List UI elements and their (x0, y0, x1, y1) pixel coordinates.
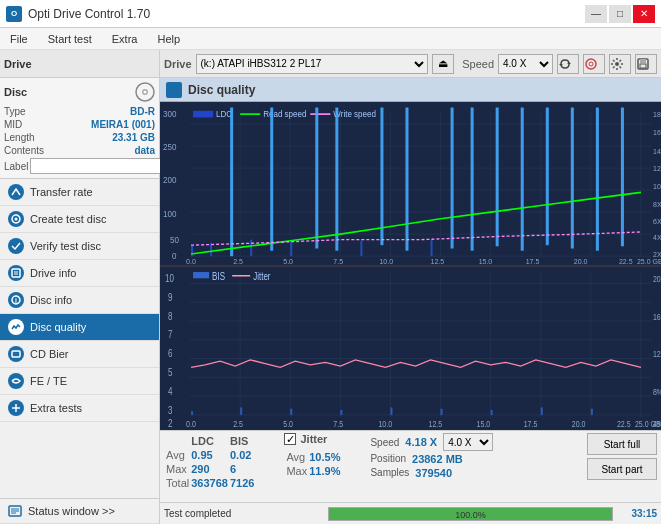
minimize-button[interactable]: — (585, 5, 607, 23)
eject-button[interactable]: ⏏ (432, 54, 454, 74)
avg-jitter-label: Avg (286, 451, 307, 463)
svg-text:100: 100 (163, 208, 177, 218)
drive-select[interactable]: (k:) ATAPI iHBS312 2 PL17 (196, 54, 429, 74)
drive-bar: Drive (0, 50, 159, 78)
svg-rect-23 (640, 59, 646, 63)
sidebar-item-disc-info[interactable]: i Disc info (0, 287, 159, 314)
svg-text:5.0: 5.0 (283, 257, 293, 265)
start-part-button[interactable]: Start part (587, 458, 657, 480)
svg-text:4X: 4X (653, 232, 661, 241)
svg-rect-149 (541, 407, 543, 415)
sidebar-item-fe-te[interactable]: FE / TE (0, 368, 159, 395)
svg-text:16%: 16% (653, 312, 661, 322)
menu-help[interactable]: Help (151, 31, 186, 47)
svg-text:22.5: 22.5 (619, 257, 633, 265)
svg-text:16X: 16X (653, 128, 661, 137)
extra-tests-icon (8, 400, 24, 416)
svg-text:2X: 2X (653, 250, 661, 259)
svg-rect-87 (451, 108, 454, 249)
bottom-chart-svg: 10 9 8 7 6 5 4 3 2 20% 16% 12% 8% 4% 0 (160, 267, 661, 430)
menu-file[interactable]: File (4, 31, 34, 47)
status-window-button[interactable]: Status window >> (0, 498, 159, 524)
disc-quality-header: Disc quality (160, 78, 661, 102)
verify-test-disc-label: Verify test disc (30, 240, 101, 252)
total-ldc: 363768 (191, 477, 228, 489)
jitter-label: Jitter (300, 433, 327, 445)
start-full-button[interactable]: Start full (587, 433, 657, 455)
sidebar-item-cd-bier[interactable]: CD Bier (0, 341, 159, 368)
svg-point-2 (144, 91, 147, 94)
svg-text:3: 3 (168, 405, 172, 416)
contents-value: data (134, 145, 155, 156)
disc-quality-icon-header (166, 82, 182, 98)
svg-text:2.5: 2.5 (233, 257, 243, 265)
svg-rect-84 (380, 108, 383, 246)
mid-value: MEIRA1 (001) (91, 119, 155, 130)
svg-text:12X: 12X (653, 164, 661, 173)
label-label: Label (4, 161, 28, 172)
jitter-checkbox[interactable]: ✓ (284, 433, 296, 445)
sidebar-item-verify-test-disc[interactable]: Verify test disc (0, 233, 159, 260)
svg-text:7: 7 (168, 330, 172, 341)
svg-text:12.5: 12.5 (431, 257, 445, 265)
verify-test-disc-icon (8, 238, 24, 254)
menu-start-test[interactable]: Start test (42, 31, 98, 47)
ldc-bis-stats: LDC BIS Avg 0.95 0.02 Max 290 6 Total (164, 433, 256, 491)
svg-marker-17 (567, 62, 571, 64)
sidebar-item-disc-quality[interactable]: Disc quality (0, 314, 159, 341)
sidebar-item-create-test-disc[interactable]: Create test disc (0, 206, 159, 233)
disc-info-label: Disc info (30, 294, 72, 306)
svg-text:17.5: 17.5 (526, 257, 540, 265)
disc-button[interactable] (583, 54, 605, 74)
svg-text:50: 50 (170, 235, 179, 245)
refresh-button[interactable] (557, 54, 579, 74)
disc-icon (135, 82, 155, 102)
ldc-header: LDC (191, 435, 228, 447)
length-value: 23.31 GB (112, 132, 155, 143)
sidebar-item-drive-info[interactable]: Drive info (0, 260, 159, 287)
speed-select[interactable]: 4.0 X (498, 54, 553, 74)
save-button[interactable] (635, 54, 657, 74)
svg-rect-95 (160, 267, 661, 430)
maximize-button[interactable]: □ (609, 5, 631, 23)
svg-rect-82 (335, 108, 338, 251)
samples-val: 379540 (415, 467, 452, 479)
svg-point-19 (586, 59, 596, 69)
drive-label: Drive (4, 58, 32, 70)
speed-stat-val: 4.18 X (405, 436, 437, 448)
svg-rect-81 (315, 108, 318, 249)
svg-text:4: 4 (168, 386, 172, 397)
svg-rect-83 (360, 241, 362, 256)
speed-bar-label: Speed (462, 58, 494, 70)
samples-label: Samples (370, 467, 409, 479)
svg-text:7.5: 7.5 (333, 420, 343, 430)
svg-rect-91 (546, 108, 549, 246)
progress-text: 100.0% (329, 508, 612, 521)
top-chart: 300 250 200 100 50 0 0.0 2.5 5.0 7.5 10.… (160, 102, 661, 267)
svg-text:10: 10 (165, 273, 174, 284)
close-button[interactable]: ✕ (633, 5, 655, 23)
svg-rect-142 (191, 411, 193, 415)
sidebar-item-transfer-rate[interactable]: Transfer rate (0, 179, 159, 206)
menu-bar: File Start test Extra Help (0, 28, 661, 50)
svg-text:0.0: 0.0 (186, 420, 196, 430)
mid-label: MID (4, 119, 22, 130)
svg-rect-78 (250, 240, 252, 257)
svg-rect-145 (340, 410, 342, 415)
window-controls: — □ ✕ (585, 5, 655, 23)
settings-button[interactable] (609, 54, 631, 74)
disc-title: Disc (4, 86, 27, 98)
svg-text:300: 300 (163, 109, 177, 119)
speed-test-select[interactable]: 4.0 X (443, 433, 493, 451)
menu-extra[interactable]: Extra (106, 31, 144, 47)
svg-text:25.0 GB: 25.0 GB (635, 420, 661, 430)
label-input[interactable] (30, 158, 161, 174)
svg-text:8: 8 (168, 311, 172, 322)
svg-text:15.0: 15.0 (477, 420, 491, 430)
time-display: 33:15 (617, 508, 657, 519)
total-bis: 7126 (230, 477, 254, 489)
drive-info-label: Drive info (30, 267, 76, 279)
app-icon: O (6, 6, 22, 22)
sidebar-item-extra-tests[interactable]: Extra tests (0, 395, 159, 422)
avg-ldc: 0.95 (191, 449, 228, 461)
